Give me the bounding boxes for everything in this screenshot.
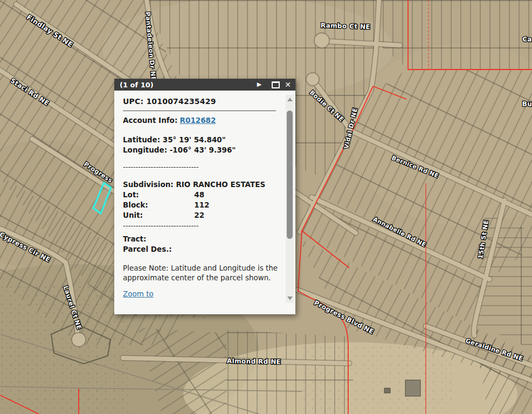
popup-scrollbar[interactable] xyxy=(286,95,294,303)
popup-body: UPC: 1010074235429 Account Info: R012682… xyxy=(114,91,295,314)
next-result-icon[interactable]: ▶ xyxy=(257,79,261,91)
block-label: Block: xyxy=(123,200,192,210)
subdivision-label: Subdivision: xyxy=(123,180,174,189)
scroll-up-icon[interactable] xyxy=(287,98,293,101)
block-value: 112 xyxy=(194,201,209,209)
parcel-des-row: Parcel Des.: xyxy=(123,244,276,254)
zoom-to-row: Zoom to xyxy=(123,289,276,299)
upc-value: 1010074235429 xyxy=(146,97,216,106)
street-label-ca: Ca xyxy=(522,36,532,43)
parcel-des-label: Parcel Des.: xyxy=(123,245,172,253)
separator: ------------------------------ xyxy=(123,222,276,230)
unit-label: Unit: xyxy=(123,210,192,220)
separator: ------------------------------ xyxy=(123,163,276,171)
latitude-label: Latitude: xyxy=(123,135,160,144)
divider xyxy=(123,111,276,111)
street-label-bu: Bu xyxy=(522,100,532,108)
unit-row: Unit: 22 xyxy=(123,210,276,220)
subdivision-row: Subdivision: RIO RANCHO ESTATES xyxy=(123,180,276,190)
lot-row: Lot: 48 xyxy=(123,190,276,200)
tract-label: Tract: xyxy=(123,234,146,243)
note-text: Please Note: Latitude and Longitude is t… xyxy=(123,263,278,282)
longitude-label: Longitude: xyxy=(123,146,167,154)
block-row: Block: 112 xyxy=(123,200,276,210)
latitude-value: 35° 19' 54.840" xyxy=(163,135,226,144)
longitude-value: -106° 43' 9.396" xyxy=(170,146,236,154)
parcel-info-popup: (1 of 10) ▶ ✕ UPC: 1010074235429 Account… xyxy=(114,79,295,314)
zoom-to-link[interactable]: Zoom to xyxy=(123,289,154,298)
popup-title: (1 of 10) xyxy=(120,81,154,89)
subdivision-value: RIO RANCHO ESTATES xyxy=(176,180,265,189)
scrollbar-thumb[interactable] xyxy=(287,111,293,239)
scroll-down-icon[interactable] xyxy=(287,296,293,300)
popup-controls: ▶ ✕ xyxy=(257,79,291,91)
account-row: Account Info: R012682 xyxy=(123,115,276,126)
maximize-icon[interactable] xyxy=(272,81,280,88)
street-label-almond-rd-ne: Almond Rd NE xyxy=(227,357,281,366)
account-link[interactable]: R012682 xyxy=(180,116,216,125)
tract-row: Tract: xyxy=(123,234,276,244)
popup-titlebar: (1 of 10) ▶ ✕ xyxy=(114,79,295,91)
lot-label: Lot: xyxy=(123,190,192,200)
unit-value: 22 xyxy=(194,211,204,219)
lot-value: 48 xyxy=(194,190,204,199)
account-label: Account Info: xyxy=(123,116,177,125)
longitude-row: Longitude: -106° 43' 9.396" xyxy=(123,145,276,155)
close-icon[interactable]: ✕ xyxy=(285,79,291,91)
upc-label: UPC: xyxy=(123,97,143,106)
upc-row: UPC: 1010074235429 xyxy=(123,96,276,107)
latitude-row: Latitude: 35° 19' 54.840" xyxy=(123,135,276,145)
